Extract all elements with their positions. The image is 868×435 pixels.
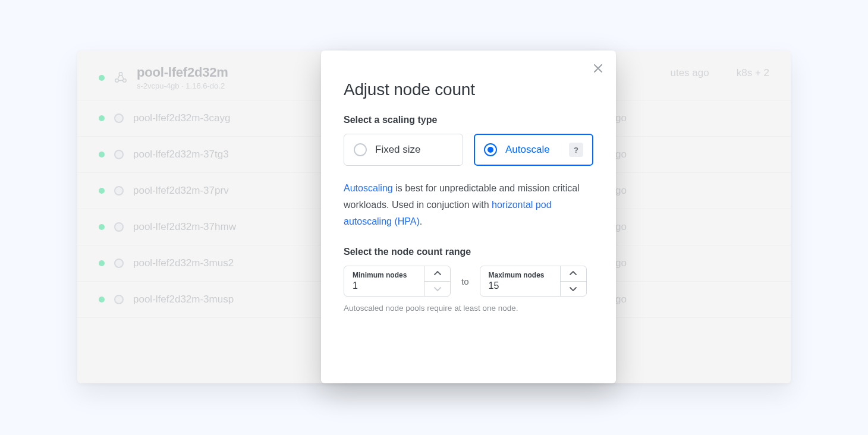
node-icon	[114, 222, 124, 232]
scaling-type-label: Select a scaling type	[344, 115, 593, 125]
max-nodes-value: 15	[489, 280, 552, 291]
modal-title: Adjust node count	[344, 80, 593, 99]
adjust-node-count-modal: Adjust node count Select a scaling type …	[321, 51, 616, 383]
scaling-option-label: Autoscale	[505, 144, 550, 156]
status-dot-icon	[99, 188, 105, 194]
autoscaling-link[interactable]: Autoscaling	[344, 183, 393, 193]
svg-point-2	[123, 78, 127, 82]
range-to-label: to	[461, 276, 469, 286]
max-increment-button[interactable]	[561, 266, 586, 281]
node-icon	[114, 186, 124, 196]
pool-created-label: utes ago	[670, 67, 709, 79]
radio-icon	[354, 143, 367, 156]
node-icon	[114, 114, 124, 123]
node-icon	[114, 295, 124, 304]
range-label: Select the node count range	[344, 247, 593, 257]
node-name: pool-lfef2d32m-3musp	[133, 294, 234, 305]
pool-tags: k8s + 2	[737, 67, 769, 79]
scaling-option-label: Fixed size	[375, 144, 421, 156]
maximum-nodes-stepper[interactable]: Maximum nodes 15	[480, 266, 587, 297]
range-hint: Autoscaled node pools require at least o…	[344, 304, 593, 313]
min-increment-button[interactable]	[424, 266, 450, 281]
node-icon	[114, 150, 124, 159]
pool-subtitle: s-2vcpu-4gb · 1.16.6-do.2	[137, 81, 228, 90]
pool-name: pool-lfef2d32m	[137, 65, 228, 80]
max-decrement-button[interactable]	[561, 281, 586, 297]
min-nodes-value: 1	[353, 280, 416, 291]
status-dot-icon	[99, 75, 105, 81]
node-icon	[114, 259, 124, 268]
status-dot-icon	[99, 115, 105, 121]
min-nodes-label: Minimum nodes	[353, 271, 416, 279]
svg-point-1	[115, 78, 119, 82]
help-icon[interactable]: ?	[569, 143, 583, 157]
minimum-nodes-stepper[interactable]: Minimum nodes 1	[344, 266, 451, 297]
cluster-icon	[114, 71, 127, 84]
min-decrement-button[interactable]	[424, 281, 450, 297]
status-dot-icon	[99, 260, 105, 266]
node-name: pool-lfef2d32m-37prv	[133, 185, 229, 197]
node-name: pool-lfef2d32m-3cayg	[133, 112, 230, 124]
scaling-option-fixed[interactable]: Fixed size	[344, 134, 463, 166]
radio-icon	[484, 143, 497, 156]
node-name: pool-lfef2d32m-3mus2	[133, 257, 234, 269]
status-dot-icon	[99, 152, 105, 157]
status-dot-icon	[99, 224, 105, 230]
scaling-option-autoscale[interactable]: Autoscale ?	[474, 134, 593, 166]
max-nodes-label: Maximum nodes	[489, 271, 552, 279]
node-name: pool-lfef2d32m-37hmw	[133, 221, 236, 233]
close-icon[interactable]	[591, 61, 605, 75]
node-name: pool-lfef2d32m-37tg3	[133, 149, 229, 160]
desc-period: .	[420, 216, 422, 226]
autoscale-description: Autoscaling is best for unpredictable an…	[344, 180, 593, 230]
status-dot-icon	[99, 297, 105, 302]
